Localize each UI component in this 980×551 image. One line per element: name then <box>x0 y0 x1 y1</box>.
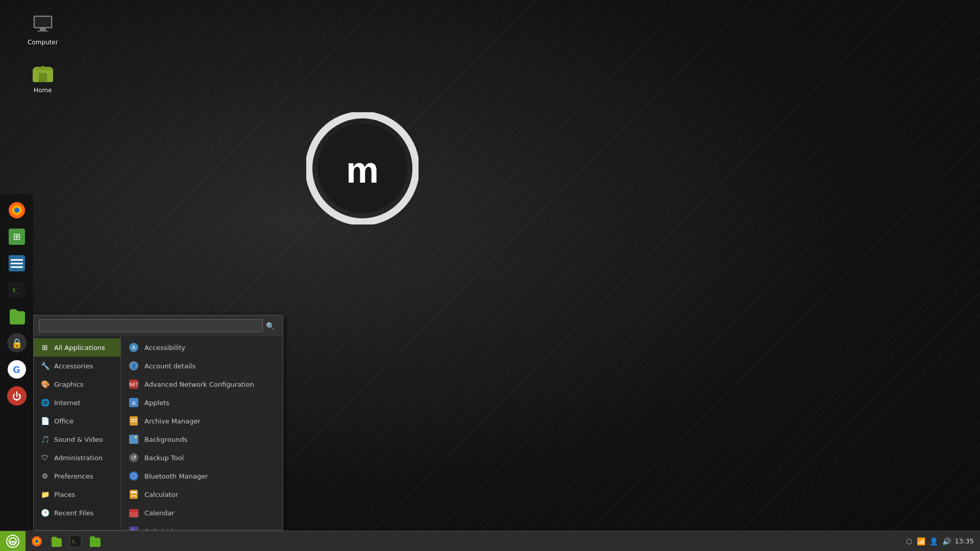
app-backup[interactable]: ↺ Backup Tool <box>121 448 283 467</box>
app-calculator[interactable]: Calculator <box>121 485 283 504</box>
svg-rect-29 <box>131 421 137 422</box>
svg-rect-30 <box>129 435 138 444</box>
app-network[interactable]: NET Advanced Network Configuration <box>121 375 283 393</box>
svg-point-38 <box>131 495 133 497</box>
svg-text:$_: $_ <box>12 287 19 293</box>
svg-rect-16 <box>11 266 23 268</box>
google-icon: G <box>8 360 26 379</box>
computer-icon-label: Computer <box>28 39 58 46</box>
taskbar-start-button[interactable]: m <box>0 531 26 552</box>
backgrounds-icon <box>128 434 139 445</box>
app-bluetooth[interactable]: ⬡ Bluetooth Manager <box>121 467 283 485</box>
svg-rect-28 <box>131 419 137 420</box>
category-sound-video[interactable]: 🎵 Sound & Video <box>34 430 120 448</box>
dock-item-firefox[interactable] <box>5 198 29 222</box>
svg-point-39 <box>133 495 135 497</box>
category-preferences[interactable]: ⚙ Preferences <box>34 467 120 485</box>
power-icon: ⏻ <box>7 386 27 406</box>
desktop: m Computer <box>0 0 980 551</box>
svg-rect-14 <box>11 259 23 261</box>
dock-item-update[interactable] <box>5 251 29 276</box>
internet-icon: 🌐 <box>40 397 50 408</box>
app-backgrounds[interactable]: Backgrounds <box>121 430 283 448</box>
dock-item-lock[interactable]: 🔒 <box>5 331 29 355</box>
network-icon: NET <box>128 379 139 390</box>
svg-rect-15 <box>11 263 23 264</box>
svg-text:↺: ↺ <box>131 454 136 461</box>
home-folder-icon <box>31 60 55 85</box>
category-places[interactable]: 📁 Places <box>34 485 120 504</box>
celluloid-icon <box>128 525 139 530</box>
menu-content: ⊞ All Applications 🔧 Accessories 🎨 Graph… <box>34 336 283 530</box>
mint-logo: m <box>306 112 419 224</box>
user-tray-icon[interactable]: 👤 <box>929 537 938 545</box>
svg-rect-4 <box>35 17 51 27</box>
category-accessories[interactable]: 🔧 Accessories <box>34 357 120 375</box>
svg-point-31 <box>135 436 137 438</box>
desktop-icons: Computer Home <box>26 10 60 96</box>
svg-rect-36 <box>130 490 138 499</box>
svg-text:A: A <box>132 345 136 350</box>
svg-text:⊞: ⊞ <box>13 231 20 242</box>
graphics-icon: 🎨 <box>40 379 50 389</box>
dock-item-terminal[interactable]: $_ <box>5 278 29 302</box>
bluetooth-icon: ⬡ <box>128 470 139 482</box>
app-menu: 🔍 ⊞ All Applications 🔧 Accessories 🎨 Gra… <box>33 315 283 531</box>
search-button[interactable]: 🔍 <box>263 321 278 331</box>
svg-text:m: m <box>10 539 15 545</box>
calculator-icon <box>128 489 139 500</box>
svg-rect-43 <box>129 511 138 512</box>
archive-icon <box>128 415 139 427</box>
menu-categories: ⊞ All Applications 🔧 Accessories 🎨 Graph… <box>34 336 120 530</box>
preferences-icon: ⚙ <box>40 471 50 481</box>
app-celluloid[interactable]: Celluloid <box>121 522 283 530</box>
places-icon: 📁 <box>40 489 50 499</box>
search-input[interactable] <box>39 319 263 332</box>
taskbar-system-tray: ⬡ 📶 👤 🔊 13:35 <box>906 537 980 545</box>
svg-point-40 <box>135 495 137 497</box>
app-archive[interactable]: Archive Manager <box>121 412 283 430</box>
dock: ⊞ $_ 🔒 <box>0 194 33 531</box>
volume-tray-icon[interactable]: 🔊 <box>942 537 951 545</box>
svg-point-51 <box>35 540 38 543</box>
dock-item-power[interactable]: ⏻ <box>5 384 29 408</box>
svg-rect-7 <box>39 73 47 82</box>
desktop-icon-home[interactable]: Home <box>26 58 60 96</box>
office-icon: 📄 <box>40 416 50 426</box>
calendar-icon <box>128 507 139 518</box>
category-recent[interactable]: 🕐 Recent Files <box>34 504 120 522</box>
svg-rect-37 <box>131 491 137 493</box>
sound-video-icon: 🎵 <box>40 434 50 444</box>
all-apps-icon: ⊞ <box>40 342 50 353</box>
backup-icon: ↺ <box>128 452 139 463</box>
taskbar-files[interactable] <box>47 532 65 550</box>
category-office[interactable]: 📄 Office <box>34 412 120 430</box>
app-account[interactable]: 👤 Account details <box>121 357 283 375</box>
app-applets[interactable]: ⊞ Applets <box>121 393 283 412</box>
taskbar: m $_ <box>0 531 980 551</box>
accessories-icon: 🔧 <box>40 361 50 371</box>
dock-item-google[interactable]: G <box>5 357 29 382</box>
category-graphics[interactable]: 🎨 Graphics <box>34 375 120 393</box>
svg-rect-5 <box>40 28 46 31</box>
category-administration[interactable]: 🛡 Administration <box>34 448 120 467</box>
taskbar-folder[interactable] <box>86 532 104 550</box>
taskbar-apps: $_ <box>26 532 906 550</box>
desktop-icon-computer[interactable]: Computer <box>26 10 60 48</box>
svg-text:⊞: ⊞ <box>132 400 136 406</box>
taskbar-firefox[interactable] <box>28 532 46 550</box>
svg-text:m: m <box>346 149 379 190</box>
category-all[interactable]: ⊞ All Applications <box>34 338 120 357</box>
taskbar-terminal[interactable]: $_ <box>66 532 85 550</box>
lock-icon: 🔒 <box>7 333 27 353</box>
svg-text:⬡: ⬡ <box>131 472 136 480</box>
network-tray-icon[interactable]: 📶 <box>917 537 925 545</box>
category-internet[interactable]: 🌐 Internet <box>34 393 120 412</box>
app-calendar[interactable]: Calendar <box>121 504 283 522</box>
dock-item-software[interactable]: ⊞ <box>5 224 29 249</box>
dock-item-files[interactable] <box>5 304 29 329</box>
bluetooth-tray-icon[interactable]: ⬡ <box>906 537 912 545</box>
recent-icon: 🕐 <box>40 508 50 518</box>
svg-text:NET: NET <box>129 382 138 387</box>
app-accessibility[interactable]: A Accessibility <box>121 338 283 357</box>
